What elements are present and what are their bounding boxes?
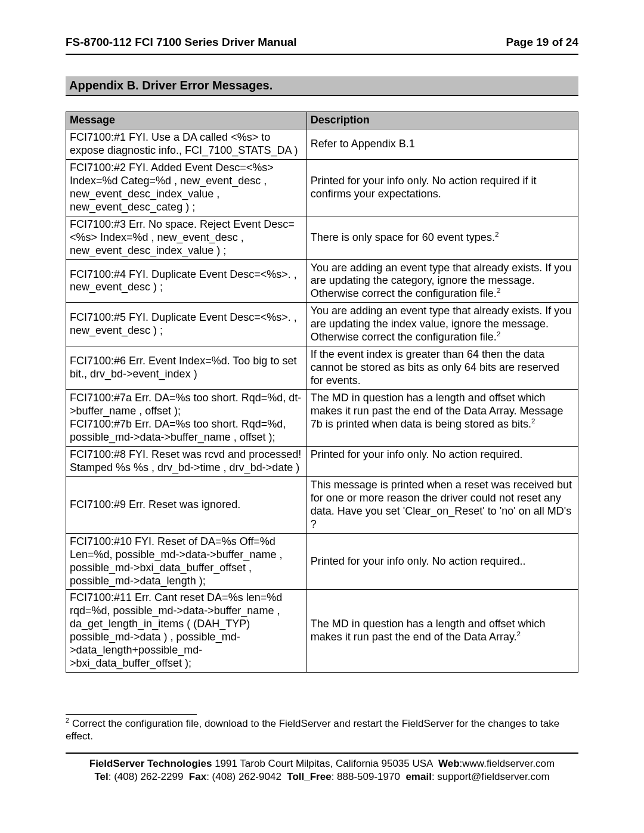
footer-company: FieldServer Technologies bbox=[89, 758, 212, 769]
table-row: FCI7100:#10 FYI. Reset of DA=%s Off=%d L… bbox=[66, 533, 578, 590]
appendix-heading: Appendix B. Driver Error Messages. bbox=[66, 76, 578, 96]
cell-message: FCI7100:#11 Err. Cant reset DA=%s len=%d… bbox=[66, 590, 307, 673]
table-row: FCI7100:#5 FYI. Duplicate Event Desc=<%s… bbox=[66, 303, 578, 346]
table-row: FCI7100:#3 Err. No space. Reject Event D… bbox=[66, 216, 578, 259]
th-description: Description bbox=[306, 112, 578, 129]
table-header-row: Message Description bbox=[66, 112, 578, 129]
table-row: FCI7100:#8 FYI. Reset was rcvd and proce… bbox=[66, 446, 578, 476]
cell-description: You are adding an event type that alread… bbox=[306, 303, 578, 346]
table-row: FCI7100:#2 FYI. Added Event Desc=<%s> In… bbox=[66, 159, 578, 216]
table-row: FCI7100:#1 FYI. Use a DA called <%s> to … bbox=[66, 129, 578, 159]
footnote-ref: 2 bbox=[517, 630, 521, 637]
footer-line2: Tel: (408) 262-2299 Fax: (408) 262-9042 … bbox=[66, 770, 578, 784]
footer-block: FieldServer Technologies 1991 Tarob Cour… bbox=[66, 757, 578, 784]
footnote: 2 Correct the configuration file, downlo… bbox=[66, 717, 578, 743]
cell-description: You are adding an event type that alread… bbox=[306, 259, 578, 303]
page-number: Page 19 of 24 bbox=[506, 36, 578, 49]
footer-rule bbox=[66, 753, 578, 754]
cell-description: Refer to Appendix B.1 bbox=[306, 129, 578, 159]
footer-addr: 1991 Tarob Court Milpitas, California 95… bbox=[212, 758, 435, 769]
table-row: FCI7100:#6 Err. Event Index=%d. Too big … bbox=[66, 346, 578, 390]
cell-message: FCI7100:#4 FYI. Duplicate Event Desc=<%s… bbox=[66, 259, 307, 303]
table-row: FCI7100:#4 FYI. Duplicate Event Desc=<%s… bbox=[66, 259, 578, 303]
footer-email-label: email bbox=[405, 771, 431, 782]
cell-description: If the event index is greater than 64 th… bbox=[306, 346, 578, 390]
cell-description: Printed for your info only. No action re… bbox=[306, 159, 578, 216]
th-message: Message bbox=[66, 112, 307, 129]
cell-description: This message is printed when a reset was… bbox=[306, 476, 578, 533]
footer-email: : support@fieldserver.com bbox=[432, 771, 550, 782]
footnote-rule bbox=[66, 714, 197, 715]
footer-tel-label: Tel bbox=[94, 771, 108, 782]
cell-message: FCI7100:#3 Err. No space. Reject Event D… bbox=[66, 216, 307, 259]
cell-message: FCI7100:#2 FYI. Added Event Desc=<%s> In… bbox=[66, 159, 307, 216]
footnote-ref: 2 bbox=[497, 286, 501, 294]
footnote-ref: 2 bbox=[531, 417, 535, 425]
cell-message: FCI7100:#1 FYI. Use a DA called <%s> to … bbox=[66, 129, 307, 159]
footer-fax-label: Fax bbox=[189, 771, 206, 782]
footnote-text: Correct the configuration file, download… bbox=[66, 718, 559, 742]
footer-web-label: Web bbox=[438, 758, 460, 769]
cell-description: There is only space for 60 event types.2 bbox=[306, 216, 578, 259]
cell-description: The MD in question has a length and offs… bbox=[306, 590, 578, 673]
header-rule bbox=[66, 54, 578, 55]
footer-line1: FieldServer Technologies 1991 Tarob Cour… bbox=[66, 757, 578, 770]
footer-tel: : (408) 262-2299 bbox=[109, 771, 186, 782]
doc-title: FS-8700-112 FCI 7100 Series Driver Manua… bbox=[66, 36, 297, 49]
cell-message: FCI7100:#10 FYI. Reset of DA=%s Off=%d L… bbox=[66, 533, 307, 590]
cell-description: Printed for your info only. No action re… bbox=[306, 446, 578, 476]
cell-description: The MD in question has a length and offs… bbox=[306, 390, 578, 447]
table-row: FCI7100:#11 Err. Cant reset DA=%s len=%d… bbox=[66, 590, 578, 673]
footer-tollfree: : 888-509-1970 bbox=[332, 771, 403, 782]
footnote-ref: 2 bbox=[495, 230, 499, 238]
cell-description: Printed for your info only. No action re… bbox=[306, 533, 578, 590]
footer-fax: : (408) 262-9042 bbox=[206, 771, 284, 782]
footnote-ref: 2 bbox=[497, 330, 501, 337]
page-container: FS-8700-112 FCI 7100 Series Driver Manua… bbox=[0, 0, 644, 833]
cell-message: FCI7100:#7a Err. DA=%s too short. Rqd=%d… bbox=[66, 390, 307, 447]
footer-tollfree-label: Toll_Free bbox=[287, 771, 331, 782]
error-messages-table: Message Description FCI7100:#1 FYI. Use … bbox=[66, 112, 578, 673]
cell-message: FCI7100:#5 FYI. Duplicate Event Desc=<%s… bbox=[66, 303, 307, 346]
footer-web: :www.fieldserver.com bbox=[460, 758, 555, 769]
cell-message: FCI7100:#9 Err. Reset was ignored. bbox=[66, 476, 307, 533]
cell-message: FCI7100:#6 Err. Event Index=%d. Too big … bbox=[66, 346, 307, 390]
table-row: FCI7100:#9 Err. Reset was ignored.This m… bbox=[66, 476, 578, 533]
header-row: FS-8700-112 FCI 7100 Series Driver Manua… bbox=[66, 36, 578, 49]
table-row: FCI7100:#7a Err. DA=%s too short. Rqd=%d… bbox=[66, 390, 578, 447]
cell-message: FCI7100:#8 FYI. Reset was rcvd and proce… bbox=[66, 446, 307, 476]
